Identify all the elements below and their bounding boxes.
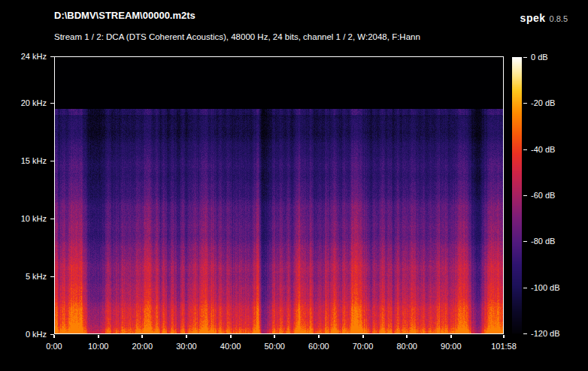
x-axis-tick-label: 80:00 xyxy=(386,342,428,351)
x-axis-tick xyxy=(230,335,232,338)
x-axis-tick-label: 70:00 xyxy=(342,342,384,351)
colorbar-canvas xyxy=(512,57,522,333)
y-axis-tick-label: 24 kHz xyxy=(0,52,47,61)
y-axis-tick xyxy=(50,56,54,57)
spectrogram-canvas xyxy=(55,57,503,333)
y-axis-tick xyxy=(50,103,54,104)
x-axis-tick xyxy=(141,335,143,338)
app-name: spek xyxy=(520,12,546,24)
y-axis-tick-label: 20 kHz xyxy=(0,98,47,107)
db-scale-tick xyxy=(523,288,527,288)
db-scale-tick xyxy=(523,195,527,196)
db-scale-tick-label: -120 dB xyxy=(531,329,560,338)
x-axis-tick xyxy=(274,335,275,338)
x-axis-tick-label: 50:00 xyxy=(253,342,296,351)
db-scale-tick-label: 0 dB xyxy=(531,53,548,62)
y-axis-tick-label: 0 kHz xyxy=(0,330,47,339)
y-axis-tick-label: 10 kHz xyxy=(0,214,47,223)
db-scale-tick xyxy=(523,241,527,242)
x-axis-tick xyxy=(450,335,452,338)
spectrogram-plot xyxy=(54,56,504,334)
spek-brand: spek0.8.5 xyxy=(520,11,568,25)
db-scale-tick xyxy=(523,149,527,150)
app-version: 0.8.5 xyxy=(550,14,568,23)
db-scale-tick-label: -100 dB xyxy=(531,283,560,292)
db-scale-tick-label: -20 dB xyxy=(531,98,555,107)
y-axis-tick xyxy=(50,219,54,219)
y-axis-tick-label: 15 kHz xyxy=(0,156,47,165)
x-axis-tick xyxy=(503,335,505,338)
db-scale-tick xyxy=(523,333,527,334)
x-axis-tick xyxy=(362,335,364,338)
y-axis-tick xyxy=(50,161,54,161)
db-scale-tick-label: -60 dB xyxy=(531,191,555,200)
x-axis-tick-label: 20:00 xyxy=(121,342,163,351)
x-axis-tick-label: 30:00 xyxy=(165,342,208,351)
x-axis-tick xyxy=(186,335,187,338)
x-axis-tick-label: 40:00 xyxy=(210,342,252,351)
x-axis-tick-label: 0:00 xyxy=(33,342,75,351)
db-scale-tick xyxy=(523,103,527,104)
db-scale-tick-label: -80 dB xyxy=(531,237,555,246)
y-axis-tick xyxy=(50,276,54,277)
x-axis-tick xyxy=(406,335,408,338)
x-axis-tick xyxy=(98,335,99,338)
db-scale-tick xyxy=(523,57,527,58)
x-axis-tick xyxy=(318,335,320,338)
file-path-title: D:\BDMV\STREAM\00000.m2ts xyxy=(54,10,195,21)
stream-info: Stream 1 / 2: DCA (DTS Coherent Acoustic… xyxy=(54,32,420,41)
x-axis-tick-label: 101:58 xyxy=(483,342,525,351)
db-scale-tick-label: -40 dB xyxy=(531,145,555,154)
y-axis-tick-label: 5 kHz xyxy=(0,272,47,281)
x-axis-tick xyxy=(53,335,55,338)
x-axis-tick-label: 60:00 xyxy=(298,342,340,351)
x-axis-tick-label: 10:00 xyxy=(77,342,120,351)
spek-window: D:\BDMV\STREAM\00000.m2ts spek0.8.5 Stre… xyxy=(0,0,588,371)
x-axis-tick-label: 90:00 xyxy=(430,342,472,351)
